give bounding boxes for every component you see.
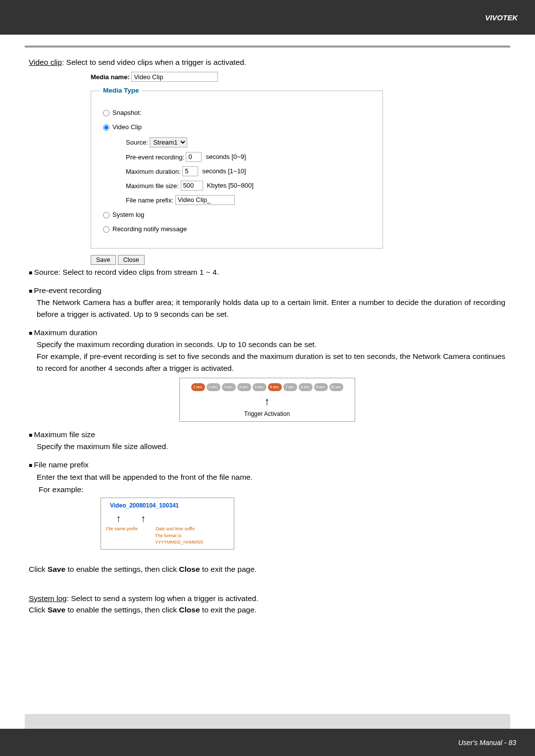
prefix-heading: ■ File name prefix	[29, 459, 505, 470]
sec-3: 3 sec.	[222, 383, 236, 391]
syslog-label: System log	[29, 594, 67, 603]
sec-10: 10 sec.	[329, 383, 343, 391]
maxsize-heading: ■ Maximum file size	[29, 429, 505, 440]
sec-6: 6 sec.	[268, 383, 282, 391]
maxdur-row: Maximum duration: seconds [1~10]	[126, 166, 374, 176]
syslog-radio[interactable]	[103, 212, 109, 218]
prefix-row: File name prefix:	[126, 195, 374, 205]
maxdur-label: Maximum duration:	[126, 167, 181, 175]
source-label: Source:	[126, 139, 148, 146]
page-footer: User's Manual - 83	[0, 729, 535, 756]
source-select[interactable]: Stream1	[150, 137, 187, 148]
media-name-row: Media name:	[91, 72, 383, 82]
prefix-example-diagram: Video_20080104_100341 ↑↑ File name prefi…	[101, 498, 234, 550]
preevent-row: Pre-event recording: seconds [0~9]	[126, 152, 374, 162]
page-header: VIVOTEK	[0, 0, 535, 35]
videoclip-label: Video Clip	[112, 123, 142, 131]
media-name-label: Media name:	[91, 73, 130, 81]
snapshot-option[interactable]: Snapshot:	[103, 108, 374, 118]
prefix-label: File name prefix:	[126, 196, 173, 203]
duration-diagram: 1 sec. 2 sec. 3 sec. 4 sec. 5 sec. 6 sec…	[179, 378, 355, 422]
videoclip-radio[interactable]	[103, 124, 109, 131]
source-bullet: ■ Source: Select to record video clips f…	[29, 266, 505, 278]
prefix-body: Enter the text that will be appended to …	[37, 471, 505, 483]
sec-1: 1 sec.	[191, 383, 205, 391]
media-form: Media name: Media Type Snapshot: Video C…	[91, 72, 383, 265]
sec-9: 9 sec.	[314, 383, 328, 391]
bullet-icon: ■	[29, 288, 34, 295]
example-filename: Video_20080104_100341	[110, 501, 231, 510]
example-legend-row1: File name prefixDate and time suffix	[106, 526, 231, 533]
page-content: Video clip: Select to send video clips w…	[0, 48, 535, 615]
maxsize-title: Maximum file size	[34, 430, 95, 439]
brand-text: VIVOTEK	[485, 13, 518, 22]
preevent-unit: seconds [0~9]	[206, 153, 246, 160]
prefix-example-label: For example:	[39, 484, 505, 495]
prefix-title: File name prefix	[34, 460, 89, 469]
example-left: File name prefix	[106, 526, 156, 533]
footer-text: User's Manual - 83	[458, 739, 516, 747]
snapshot-radio[interactable]	[103, 110, 109, 116]
close-button[interactable]: Close	[118, 255, 145, 265]
recnotify-option[interactable]: Recording notify message	[103, 224, 374, 234]
save-button[interactable]: Save	[91, 255, 116, 265]
prefix-input[interactable]	[175, 195, 235, 205]
bullet-icon: ■	[29, 269, 34, 276]
source-row: Source: Stream1	[126, 137, 374, 148]
seconds-row: 1 sec. 2 sec. 3 sec. 4 sec. 5 sec. 6 sec…	[183, 383, 352, 391]
sec-5: 5 sec.	[253, 383, 267, 391]
maxsize-unit: Kbytes [50~800]	[207, 182, 254, 189]
maxdur-title: Maximum duration	[34, 328, 98, 337]
maxdur-body2: For example, if pre-event recording is s…	[37, 351, 505, 374]
video-clip-intro-text: : Select to send video clips when a trig…	[62, 58, 246, 66]
arrow-up-icon: ↑	[116, 511, 121, 526]
bullet-icon: ■	[29, 330, 34, 337]
example-right2: The format is: YYYYMMDD_HHMMSS	[155, 533, 231, 546]
preevent-heading: ■ Pre-event recording	[29, 285, 505, 296]
trigger-label: Trigger Activation	[183, 409, 352, 418]
preevent-title: Pre-event recording	[34, 286, 102, 295]
sec-8: 8 sec.	[299, 383, 313, 391]
save-instruction-1: Click Save to enable the settings, then …	[29, 563, 505, 575]
snapshot-label: Snapshot:	[112, 109, 142, 116]
example-arrows: ↑↑	[116, 511, 231, 526]
preevent-label: Pre-event recording:	[126, 153, 184, 160]
preevent-body: The Network Camera has a buffer area; it…	[37, 297, 505, 320]
sec-4: 4 sec.	[237, 383, 251, 391]
video-clip-intro: Video clip: Select to send video clips w…	[29, 56, 505, 68]
maxdur-body1: Specify the maximum recording duration i…	[37, 339, 505, 350]
arrow-up-icon: ↑	[141, 511, 146, 526]
videoclip-option[interactable]: Video Clip	[103, 122, 374, 132]
sec-7: 7 sec.	[283, 383, 297, 391]
video-clip-label: Video clip	[29, 58, 62, 66]
media-name-input[interactable]	[131, 72, 218, 82]
recnotify-label: Recording notify message	[112, 225, 187, 233]
maxdur-unit: seconds [1~10]	[202, 167, 246, 175]
maxsize-body: Specify the maximum file size allowed.	[37, 441, 505, 452]
syslog-label: System log	[112, 211, 144, 218]
sec-2: 2 sec.	[207, 383, 220, 391]
example-legend-row2: The format is: YYYYMMDD_HHMMSS	[106, 533, 231, 546]
bullet-icon: ■	[29, 462, 34, 469]
button-row: Save Close	[91, 253, 383, 265]
syslog-text: : Select to send a system log when a tri…	[67, 594, 259, 603]
maxsize-label: Maximum file size:	[126, 182, 179, 189]
example-right1: Date and time suffix	[156, 526, 195, 533]
media-type-legend: Media Type	[100, 86, 142, 96]
media-type-fieldset: Media Type Snapshot: Video Clip Source: …	[91, 86, 383, 248]
arrow-up-icon: ↑	[183, 393, 352, 409]
bullet-icon: ■	[29, 432, 34, 439]
videoclip-settings: Source: Stream1 Pre-event recording: sec…	[126, 137, 374, 205]
maxsize-row: Maximum file size: Kbytes [50~800]	[126, 181, 374, 191]
maxdur-input[interactable]	[182, 166, 198, 176]
recnotify-radio[interactable]	[103, 226, 109, 233]
save-instruction-2: Click Save to enable the settings, then …	[29, 604, 505, 615]
source-bullet-text: Source: Select to record video clips fro…	[34, 268, 219, 276]
syslog-option[interactable]: System log	[103, 210, 374, 220]
preevent-input[interactable]	[186, 152, 202, 162]
footer-gray-band	[25, 714, 510, 729]
maxsize-input[interactable]	[181, 181, 203, 191]
syslog-intro: System log: Select to send a system log …	[29, 593, 505, 604]
maxdur-heading: ■ Maximum duration	[29, 327, 505, 338]
